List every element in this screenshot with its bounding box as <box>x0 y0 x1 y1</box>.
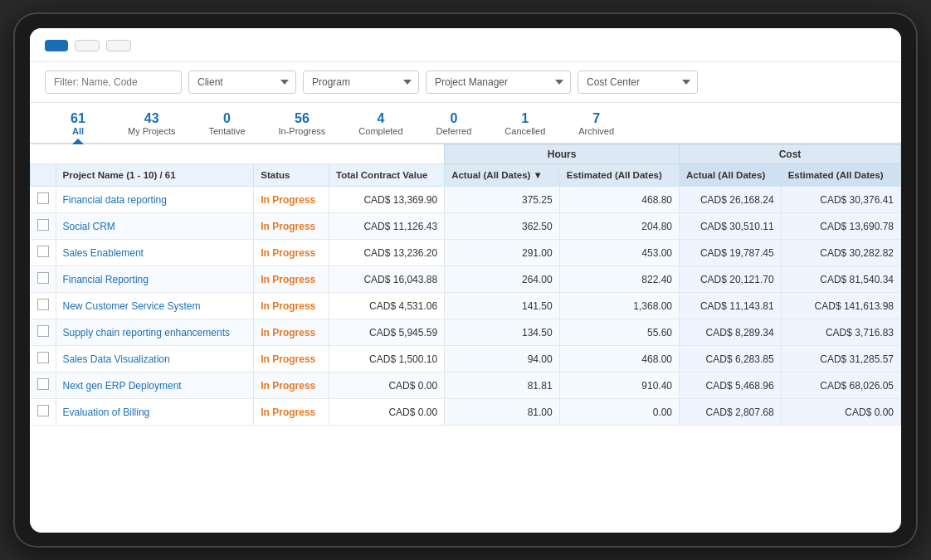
row-checkbox[interactable] <box>31 399 56 426</box>
status-cell: In Progress <box>254 266 329 293</box>
contract-value-cell: CAD$ 16,043.88 <box>329 266 444 293</box>
tab-archived[interactable]: 7Archived <box>562 108 631 143</box>
tab-all[interactable]: 61All <box>45 108 111 143</box>
hours-actual-cell: 141.50 <box>445 293 560 319</box>
add-new-project-button[interactable] <box>45 40 68 51</box>
cost-est-cell: CAD$ 141,613.98 <box>781 293 900 319</box>
filter-name-input[interactable] <box>45 71 182 94</box>
col-project-name[interactable]: Project Name (1 - 10) / 61 <box>56 163 254 187</box>
hours-est-cell: 468.80 <box>559 187 679 213</box>
tab-in-progress[interactable]: 56In-Progress <box>262 108 343 143</box>
mass-edit-button[interactable] <box>106 40 131 51</box>
hours-est-cell: 1,368.00 <box>559 293 679 319</box>
cost-actual-cell: CAD$ 19,787.45 <box>680 240 782 266</box>
filters-row: Client Program Project Manager Cost Cent… <box>30 62 901 103</box>
status-cell: In Progress <box>254 293 329 319</box>
tab-completed[interactable]: 4Completed <box>342 108 419 143</box>
table-container[interactable]: Hours Cost Project Name (1 - 10) / 61 St… <box>30 144 901 533</box>
program-filter[interactable]: Program <box>303 71 419 94</box>
project-name-cell[interactable]: Financial Reporting <box>56 266 254 293</box>
status-cell: In Progress <box>254 240 329 266</box>
cost-est-cell: CAD$ 30,282.82 <box>781 240 900 266</box>
cost-actual-cell: CAD$ 11,143.81 <box>680 293 782 319</box>
hours-actual-cell: 362.50 <box>445 213 560 240</box>
cost-est-cell: CAD$ 68,026.05 <box>781 373 900 399</box>
col-status: Status <box>254 163 329 187</box>
tablet-frame: Client Program Project Manager Cost Cent… <box>13 12 918 548</box>
tab-deferred[interactable]: 0Deferred <box>420 108 489 143</box>
contract-value-cell: CAD$ 0.00 <box>329 373 444 399</box>
hours-actual-cell: 134.50 <box>445 319 560 346</box>
row-checkbox[interactable] <box>31 293 56 319</box>
contract-value-cell: CAD$ 13,236.20 <box>329 240 444 266</box>
hours-actual-cell: 94.00 <box>445 346 560 373</box>
cost-actual-cell: CAD$ 5,468.96 <box>680 373 782 399</box>
cost-est-cell: CAD$ 81,540.34 <box>781 266 900 293</box>
cost-est-cell: CAD$ 3,716.83 <box>781 319 900 346</box>
division-filter-label <box>704 77 718 87</box>
project-manager-filter[interactable]: Project Manager <box>426 71 571 94</box>
col-hours-actual[interactable]: Actual (All Dates) ▼ <box>445 163 560 187</box>
project-name-cell[interactable]: Sales Enablement <box>56 240 254 266</box>
row-checkbox[interactable] <box>31 266 56 293</box>
status-cell: In Progress <box>254 399 329 426</box>
table-row: Next gen ERP Deployment In Progress CAD$… <box>31 373 901 399</box>
status-cell: In Progress <box>254 346 329 373</box>
row-checkbox[interactable] <box>31 187 56 213</box>
hours-group-header: Hours <box>445 144 680 163</box>
tab-cancelled[interactable]: 1Cancelled <box>488 108 562 143</box>
table-row: Financial Reporting In Progress CAD$ 16,… <box>31 266 901 293</box>
project-name-cell[interactable]: New Customer Service System <box>56 293 254 319</box>
cost-actual-cell: CAD$ 26,168.24 <box>680 187 782 213</box>
contract-value-cell: CAD$ 5,945.59 <box>329 319 444 346</box>
project-name-cell[interactable]: Next gen ERP Deployment <box>56 373 254 399</box>
cost-actual-cell: CAD$ 6,283.85 <box>680 346 782 373</box>
cost-est-cell: CAD$ 30,376.41 <box>781 187 900 213</box>
project-name-cell[interactable]: Social CRM <box>56 213 254 240</box>
cost-actual-cell: CAD$ 8,289.34 <box>680 319 782 346</box>
client-filter[interactable]: Client <box>188 71 296 94</box>
cost-actual-cell: CAD$ 20,121.70 <box>680 266 782 293</box>
tab-tentative[interactable]: 0Tentative <box>192 108 261 143</box>
table-row: Social CRM In Progress CAD$ 11,126.43 36… <box>31 213 901 240</box>
row-checkbox[interactable] <box>31 319 56 346</box>
row-checkbox[interactable] <box>31 346 56 373</box>
col-check <box>31 163 56 187</box>
hours-est-cell: 55.60 <box>559 319 679 346</box>
row-checkbox[interactable] <box>31 373 56 399</box>
project-name-cell[interactable]: Sales Data Visualization <box>56 346 254 373</box>
col-hours-est: Estimated (All Dates) <box>559 163 679 187</box>
toolbar <box>30 28 901 62</box>
table-row: Supply chain reporting enhancements In P… <box>31 319 901 346</box>
status-cell: In Progress <box>254 373 329 399</box>
project-name-cell[interactable]: Financial data reporting <box>56 187 254 213</box>
row-checkbox[interactable] <box>31 240 56 266</box>
table-row: Sales Enablement In Progress CAD$ 13,236… <box>31 240 901 266</box>
status-cell: In Progress <box>254 213 329 240</box>
hours-est-cell: 468.00 <box>559 346 679 373</box>
hours-est-cell: 453.00 <box>559 240 679 266</box>
row-checkbox[interactable] <box>31 213 56 240</box>
delete-button[interactable] <box>75 40 100 51</box>
project-name-cell[interactable]: Evaluation of Billing <box>56 399 254 426</box>
contract-value-cell: CAD$ 11,126.43 <box>329 213 444 240</box>
contract-value-cell: CAD$ 13,369.90 <box>329 187 444 213</box>
hours-actual-cell: 81.81 <box>445 373 560 399</box>
cost-actual-cell: CAD$ 30,510.11 <box>680 213 782 240</box>
screen: Client Program Project Manager Cost Cent… <box>30 28 901 533</box>
hours-actual-cell: 264.00 <box>445 266 560 293</box>
hours-actual-cell: 81.00 <box>445 399 560 426</box>
cost-center-filter[interactable]: Cost Center <box>578 71 698 94</box>
contract-value-cell: CAD$ 1,500.10 <box>329 346 444 373</box>
cost-group-header: Cost <box>680 144 901 163</box>
col-contract-value: Total Contract Value <box>329 163 444 187</box>
hours-est-cell: 822.40 <box>559 266 679 293</box>
cost-actual-cell: CAD$ 2,807.68 <box>680 399 782 426</box>
project-name-cell[interactable]: Supply chain reporting enhancements <box>56 319 254 346</box>
hours-est-cell: 204.80 <box>559 213 679 240</box>
table-row: Evaluation of Billing In Progress CAD$ 0… <box>31 399 901 426</box>
cost-est-cell: CAD$ 13,690.78 <box>781 213 900 240</box>
table-row: Sales Data Visualization In Progress CAD… <box>31 346 901 373</box>
cost-est-cell: CAD$ 31,285.57 <box>781 346 900 373</box>
tab-my-projects[interactable]: 43My Projects <box>111 108 192 143</box>
